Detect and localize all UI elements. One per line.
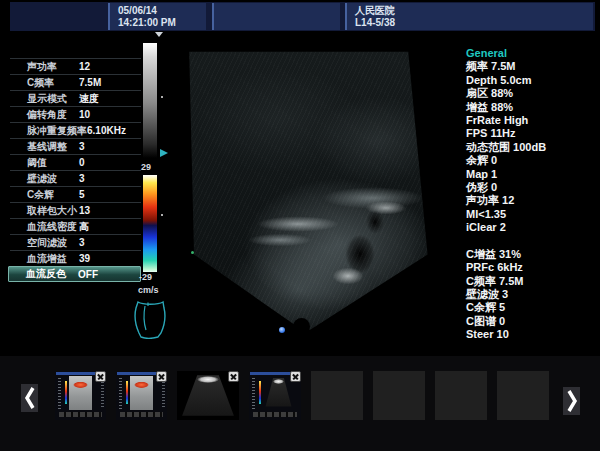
info-line: FPS 11Hz bbox=[466, 127, 598, 140]
info-line: C频率 7.5M bbox=[466, 275, 598, 288]
thumb-left-column bbox=[119, 378, 128, 410]
info-line: 声功率 12 bbox=[466, 194, 598, 207]
parameter-value: 高 bbox=[79, 220, 89, 234]
parameter-row[interactable]: 显示模式 速度 bbox=[10, 90, 141, 106]
parameter-row[interactable]: 取样包大小 13 bbox=[10, 202, 141, 218]
velocity-unit-label: cm/s bbox=[138, 285, 159, 295]
info-general-group: 频率 7.5M Depth 5.0cm 扇区 88% 增益 88% FrRate… bbox=[466, 60, 598, 234]
thumbnail[interactable] bbox=[55, 371, 106, 420]
caret-down-icon bbox=[155, 32, 163, 37]
parameter-label: C频率 bbox=[27, 76, 79, 90]
grayscale-bar bbox=[143, 43, 157, 158]
close-icon[interactable] bbox=[290, 371, 301, 382]
parameter-label: 血流反色 bbox=[26, 267, 78, 281]
parameter-label: 基线调整 bbox=[27, 140, 79, 154]
parameter-value: 3 bbox=[79, 141, 85, 152]
velocity-max-label: 29 bbox=[141, 162, 151, 172]
thumb-right-column bbox=[101, 379, 104, 408]
info-line: 增益 88% bbox=[466, 101, 598, 114]
thumbnail[interactable] bbox=[177, 371, 239, 420]
edge-marker-dot bbox=[191, 251, 194, 254]
ultrasound-app: 05/06/14 14:21:00 PM 人民医院 L14-5/38 声功率 1… bbox=[0, 0, 600, 451]
thumb-doppler-image bbox=[130, 376, 153, 410]
info-line: 伪彩 0 bbox=[466, 181, 598, 194]
parameter-row[interactable]: C余辉 5 bbox=[10, 186, 141, 202]
parameter-value: 0 bbox=[79, 157, 85, 168]
thumbnail[interactable] bbox=[249, 371, 301, 420]
parameter-label: 声功率 bbox=[27, 60, 79, 74]
thumbnail bbox=[373, 371, 425, 420]
thumb-sector-image bbox=[265, 377, 292, 408]
info-line: 壁滤波 3 bbox=[466, 288, 598, 301]
parameter-label: 显示模式 bbox=[27, 92, 79, 106]
parameter-label: 偏转角度 bbox=[27, 108, 79, 122]
hospital-name: 人民医院 bbox=[355, 5, 593, 17]
parameter-label: 取样包大小 bbox=[27, 204, 79, 218]
info-line: 动态范围 100dB bbox=[466, 141, 598, 154]
parameter-row[interactable]: 空间滤波 3 bbox=[10, 234, 141, 250]
color-tick-dot bbox=[161, 214, 163, 216]
info-line: 扇区 88% bbox=[466, 87, 598, 100]
info-line: PRFc 6kHz bbox=[466, 261, 598, 274]
close-icon[interactable] bbox=[228, 371, 239, 382]
parameter-row[interactable]: 基线调整 3 bbox=[10, 138, 141, 154]
parameter-value: OFF bbox=[78, 269, 98, 280]
parameter-label: 血流增益 bbox=[27, 252, 79, 266]
next-page-button[interactable] bbox=[563, 387, 580, 415]
parameter-value: 6.10KHz bbox=[87, 125, 126, 136]
parameter-value: 5 bbox=[79, 189, 85, 200]
imaging-info-panel: General 频率 7.5M Depth 5.0cm 扇区 88% 增益 88… bbox=[466, 47, 598, 342]
thumbnail[interactable] bbox=[116, 371, 167, 420]
parameter-row[interactable]: 脉冲重复频率 6.10KHz bbox=[10, 122, 141, 138]
parameter-label: 空间滤波 bbox=[27, 236, 79, 250]
info-line: C图谱 0 bbox=[466, 315, 598, 328]
parameter-value: 3 bbox=[79, 173, 85, 184]
date-text: 05/06/14 bbox=[118, 5, 206, 17]
velocity-min-label: -29 bbox=[139, 272, 152, 282]
probe-model: L14-5/38 bbox=[355, 17, 593, 29]
parameter-row[interactable]: 血流线密度 高 bbox=[10, 218, 141, 234]
info-line: MI<1.35 bbox=[466, 208, 598, 221]
parameter-row[interactable]: 声功率 12 bbox=[10, 58, 141, 74]
info-color-group: C增益 31% PRFc 6kHz C频率 7.5M 壁滤波 3 C余辉 5 C… bbox=[466, 248, 598, 342]
sector-tip-notch bbox=[293, 318, 310, 335]
parameter-row[interactable]: 血流反色 OFF bbox=[8, 266, 141, 282]
parameter-row[interactable]: C频率 7.5M bbox=[10, 74, 141, 90]
parameter-label: 脉冲重复频率 bbox=[27, 124, 87, 138]
info-line: FrRate High bbox=[466, 114, 598, 127]
body-marker-icon bbox=[131, 299, 171, 339]
parameter-label: 壁滤波 bbox=[27, 172, 79, 186]
parameter-value: 10 bbox=[79, 109, 90, 120]
info-line: Map 1 bbox=[466, 168, 598, 181]
datetime-display: 05/06/14 14:21:00 PM bbox=[108, 3, 206, 30]
info-line: C余辉 5 bbox=[466, 301, 598, 314]
parameter-row[interactable]: 阈值 0 bbox=[10, 154, 141, 170]
close-icon[interactable] bbox=[156, 371, 167, 382]
hospital-probe-display: 人民医院 L14-5/38 bbox=[345, 3, 593, 30]
prev-page-button[interactable] bbox=[21, 384, 38, 412]
ultrasound-image bbox=[188, 50, 430, 334]
info-line: Depth 5.0cm bbox=[466, 74, 598, 87]
parameter-label: 血流线密度 bbox=[27, 220, 79, 234]
close-icon[interactable] bbox=[95, 371, 106, 382]
thumbnail bbox=[311, 371, 363, 420]
parameter-value: 13 bbox=[79, 205, 90, 216]
parameter-value: 3 bbox=[79, 237, 85, 248]
focus-marker-icon bbox=[279, 327, 285, 333]
parameter-value: 7.5M bbox=[79, 77, 101, 88]
gray-tick-dot bbox=[161, 96, 163, 98]
parameter-label: C余辉 bbox=[27, 188, 79, 202]
thumb-left-column bbox=[58, 378, 67, 410]
parameter-row[interactable]: 血流增益 39 bbox=[10, 250, 141, 266]
parameter-value: 12 bbox=[79, 61, 90, 72]
parameter-row[interactable]: 偏转角度 10 bbox=[10, 106, 141, 122]
gray-map-marker-icon bbox=[160, 149, 168, 157]
chevron-left-icon bbox=[22, 385, 38, 411]
parameter-value: 速度 bbox=[79, 92, 99, 106]
info-line: 余辉 0 bbox=[466, 154, 598, 167]
time-text: 14:21:00 PM bbox=[118, 17, 206, 29]
parameter-row[interactable]: 壁滤波 3 bbox=[10, 170, 141, 186]
info-line: iClear 2 bbox=[466, 221, 598, 234]
parameter-panel: 声功率 12 C频率 7.5M 显示模式 速度 偏转角度 10 脉冲重复频率 6… bbox=[10, 58, 141, 282]
info-line: 频率 7.5M bbox=[466, 60, 598, 73]
